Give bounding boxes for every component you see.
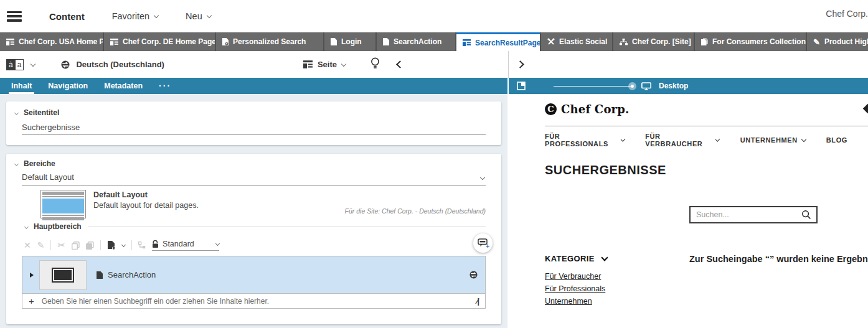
chevron-down-icon[interactable] [121,242,126,246]
expand-triangle-icon[interactable] [30,273,34,278]
editor-tab-strip: Inhalt Navigation Metadaten ··· [0,78,507,94]
menu-neu[interactable]: Neu [186,11,211,21]
add-document-icon[interactable] [107,241,116,250]
chevron-down-icon [341,61,346,66]
tab-login[interactable]: Login [324,32,375,51]
remove-icon[interactable]: ✕ [24,240,31,250]
tab-product-highlight[interactable]: ✎Product Highli [807,32,868,51]
site-logo[interactable]: C Chef Corp. [545,103,630,116]
nav-label: UNTERNEHMEN [740,136,798,144]
locale-globe-icon[interactable] [469,270,478,281]
tab-inhalt[interactable]: Inhalt [11,78,32,94]
category-link-verbraucher[interactable]: Für Verbraucher [545,272,601,281]
tab-searchaction[interactable]: SearchAction [377,32,455,51]
logo-text: Chef Corp. [561,103,630,116]
category-link-professionals[interactable]: Für Professionals [545,284,605,293]
collapse-chevron-icon[interactable] [14,110,19,115]
locale-variant-icon[interactable]: àa [6,59,24,70]
site-indicator: Chef Corp. [826,9,868,19]
tab-label: Elastic Social [559,37,607,46]
pane-divider [508,51,509,78]
menu-content[interactable]: Content [49,11,85,22]
tab-chef-corp-de-home[interactable]: Chef Corp. DE Home Page [104,32,215,51]
style-select[interactable]: Standard [152,240,219,251]
chevron-down-icon [715,137,720,142]
nav-blog[interactable]: BLOG [826,136,847,144]
tab-navigation[interactable]: Navigation [48,78,88,94]
divider-line [88,227,486,227]
chevron-down-icon[interactable] [31,61,35,66]
document-icon [383,38,389,45]
site-search-input[interactable] [691,210,801,219]
layout-select[interactable]: Default Layout [22,172,486,186]
section-title: Bereiche [24,159,55,168]
chevron-down-icon [480,175,485,180]
layout-site-note: Für die Site: Chef Corp. - Deutsch (Deut… [345,207,486,215]
rotate-device-icon[interactable] [517,82,526,90]
cut-scissors-icon[interactable]: ✂ [57,240,65,251]
copy-icon[interactable] [72,241,80,250]
monitor-icon[interactable] [641,82,651,90]
document-gear-icon [222,38,229,45]
chevron-down-icon [601,254,608,261]
preview-pane: Desktop C Chef Corp. FÜR PROFESSIONALS F… [509,78,868,328]
tab-label: SearchAction [394,37,441,46]
collapse-chevron-icon[interactable] [24,224,29,228]
plus-icon: + [486,243,489,250]
hierarchy-icon[interactable] [138,241,146,249]
tab-overflow[interactable]: ··· [159,78,171,94]
tab-elastic-social[interactable]: Elastic Social [541,32,612,51]
nav-fuer-professionals[interactable]: FÜR PROFESSIONALS [545,133,625,148]
paste-icon[interactable] [86,241,94,250]
seitentitel-input[interactable] [22,121,486,135]
library-level-icon[interactable]: ∕| [476,297,479,306]
menu-favoriten[interactable]: Favoriten [112,11,158,21]
chevron-down-icon [620,137,625,142]
search-icon[interactable] [801,210,811,220]
layout-select-value: Default Layout [22,172,74,182]
view-mode-select[interactable]: Seite [303,60,346,69]
menu-neu-label: Neu [186,11,202,21]
expand-right-arrow-icon[interactable] [516,60,524,68]
plus-icon: + [29,296,34,306]
document-icon [97,271,103,279]
chevron-down-icon [154,13,159,18]
view-mode-label: Seite [318,60,337,69]
add-content-row[interactable]: + Geben Sie hier einen Suchbegriff ein o… [22,294,485,308]
lightbulb-icon[interactable] [370,57,380,72]
form-editor-pane: Inhalt Navigation Metadaten ··· Seitenti… [0,78,507,328]
edit-pencil-icon[interactable]: ✎ [37,240,45,250]
slider-handle[interactable] [628,82,636,90]
tab-for-consumers-collection[interactable]: For Consumers Collection [695,32,806,51]
nav-label: BLOG [826,136,847,144]
tab-label: Navigation [48,82,88,90]
collapse-chevron-icon[interactable] [14,161,19,166]
nav-label: FÜR PROFESSIONALS [545,133,617,148]
tab-label: Personalized Search [233,37,306,46]
sitemap-icon [620,39,628,45]
hamburger-menu-icon[interactable] [7,11,22,22]
category-filter-header[interactable]: KATEGORIE [545,254,607,263]
document-tabbar: Chef Corp. USA Home Pa... Chef Corp. DE … [0,32,868,51]
header-rule [545,126,868,126]
nav-fuer-verbraucher[interactable]: FÜR VERBRAUCHER [645,133,719,148]
tab-metadaten[interactable]: Metadaten [104,78,143,94]
page-icon [463,39,471,46]
tab-searchresultpage[interactable]: SearchResultPage× [456,32,540,51]
searchaction-item-row[interactable]: SearchAction [22,256,485,294]
nav-unternehmen[interactable]: UNTERNEHMEN [740,136,806,144]
layout-description: Default layout for detail pages. [93,201,199,210]
site-search-box [689,206,818,223]
tab-chef-corp-usa-home[interactable]: Chef Corp. USA Home Pa... [0,32,103,51]
category-link-unternehmen[interactable]: Unternehmen [545,297,592,306]
tab-personalized-search[interactable]: Personalized Search [216,32,323,51]
logo-mark: C [545,103,557,115]
language-label: Deutsch (Deutschland) [76,60,164,69]
device-bar: Desktop [509,78,868,94]
site-nav: FÜR PROFESSIONALS FÜR VERBRAUCHER UNTERN… [545,133,868,148]
add-comment-button[interactable]: + [473,233,493,253]
language-selector[interactable]: Deutsch (Deutschland) [61,60,164,69]
device-width-slider[interactable] [554,82,633,90]
collapse-left-arrow-icon[interactable] [396,60,404,68]
tab-chef-corp-site[interactable]: Chef Corp. [Site] [613,32,694,51]
